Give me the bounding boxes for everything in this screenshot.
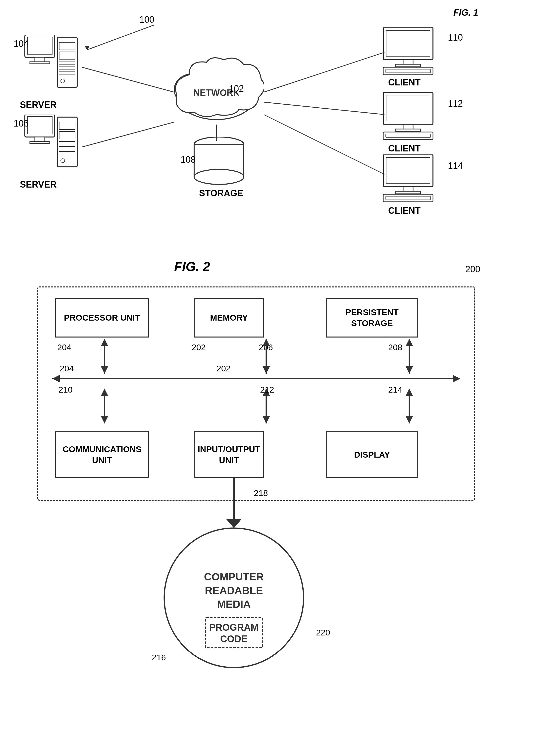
box-display: DISPLAY <box>326 431 418 478</box>
svg-rect-49 <box>386 95 430 121</box>
box-communications: COMMUNICATIONSUNIT <box>55 431 149 478</box>
ref-100: 100 <box>140 14 154 25</box>
label-storage: STORAGE <box>199 188 243 199</box>
svg-text:PROGRAM: PROGRAM <box>209 622 259 633</box>
svg-rect-15 <box>27 117 52 134</box>
ref-106: 106 <box>14 118 29 129</box>
ref-202: 202 <box>191 342 206 352</box>
svg-point-27 <box>61 159 65 163</box>
client2-icon <box>383 92 453 142</box>
ref-110: 110 <box>448 32 463 43</box>
label-server2: SERVER <box>20 179 57 190</box>
svg-text:MEDIA: MEDIA <box>217 598 251 610</box>
svg-point-91 <box>164 528 304 667</box>
svg-rect-51 <box>396 129 420 131</box>
svg-rect-5 <box>59 42 75 50</box>
ref-204b: 204 <box>60 364 74 373</box>
ref-108: 108 <box>181 154 195 165</box>
box-persistent-storage: PERSISTENTSTORAGE <box>326 298 418 338</box>
server1-icon <box>20 35 85 100</box>
network-cloud: NETWORK <box>169 55 264 135</box>
computer-readable-media: COMPUTER READABLE MEDIA PROGRAM CODE <box>159 523 309 673</box>
client3-icon <box>383 154 453 204</box>
svg-rect-95 <box>205 618 263 648</box>
svg-rect-59 <box>386 196 430 200</box>
ref-212: 212 <box>260 385 274 394</box>
ref-220: 220 <box>316 628 330 637</box>
svg-text:COMPUTER: COMPUTER <box>204 571 264 582</box>
svg-rect-43 <box>386 30 430 56</box>
svg-rect-19 <box>59 122 75 129</box>
label-server1: SERVER <box>20 100 57 110</box>
fig1-title: FIG. 1 <box>453 8 478 18</box>
ref-102: 102 <box>229 83 244 94</box>
svg-rect-1 <box>27 37 52 54</box>
svg-rect-17 <box>30 142 50 144</box>
svg-rect-6 <box>59 52 75 59</box>
svg-rect-20 <box>59 131 75 139</box>
svg-rect-3 <box>30 62 50 64</box>
ref-112: 112 <box>448 98 463 109</box>
box-memory: MEMORY <box>194 298 264 338</box>
server2-icon <box>20 115 85 179</box>
svg-line-67 <box>264 115 384 175</box>
svg-rect-57 <box>396 191 420 194</box>
svg-rect-55 <box>386 157 430 183</box>
svg-rect-45 <box>396 64 420 67</box>
svg-line-62 <box>82 67 174 92</box>
label-client3: CLIENT <box>388 205 420 216</box>
svg-rect-53 <box>386 134 430 138</box>
svg-line-63 <box>82 122 174 147</box>
ref-208: 208 <box>388 342 402 352</box>
box-io: INPUT/OUTPUTUNIT <box>194 431 264 478</box>
ref-114: 114 <box>448 161 463 171</box>
svg-marker-61 <box>85 46 89 50</box>
storage-icon <box>189 137 249 187</box>
ref-218: 218 <box>254 488 268 498</box>
label-client1: CLIENT <box>388 77 420 88</box>
svg-point-39 <box>194 169 244 184</box>
ref-214: 214 <box>388 385 402 394</box>
svg-text:READABLE: READABLE <box>205 585 263 596</box>
ref-206: 206 <box>259 342 273 352</box>
svg-line-66 <box>264 102 384 115</box>
fig2-title: FIG. 2 <box>174 259 210 274</box>
svg-point-13 <box>61 79 65 83</box>
ref-216: 216 <box>152 653 166 662</box>
ref-202b: 202 <box>216 364 231 373</box>
ref-200: 200 <box>465 264 480 275</box>
svg-line-65 <box>264 52 384 92</box>
svg-marker-90 <box>226 519 241 528</box>
svg-text:CODE: CODE <box>220 634 248 644</box>
box-processor: PROCESSOR UNIT <box>55 298 149 338</box>
svg-line-60 <box>87 25 154 50</box>
ref-204: 204 <box>57 342 71 352</box>
ref-104: 104 <box>14 39 29 49</box>
client1-icon <box>383 27 453 77</box>
label-client2: CLIENT <box>388 143 420 154</box>
ref-210: 210 <box>59 385 73 394</box>
svg-rect-47 <box>386 69 430 73</box>
